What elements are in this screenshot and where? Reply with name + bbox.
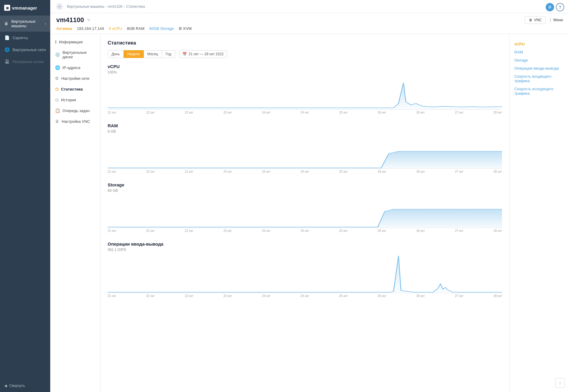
date-range-picker[interactable]: 📅 21 окт — 28 окт 2022 xyxy=(179,50,227,58)
right-nav-ram[interactable]: RAM xyxy=(514,48,564,56)
chart-ram-container xyxy=(108,136,502,169)
vnc-label: VNC xyxy=(534,18,541,22)
ips-icon: 🌐 xyxy=(55,65,60,70)
breadcrumb-vm[interactable]: vm41100 xyxy=(108,4,122,9)
nav-info-label: Информация xyxy=(59,40,83,44)
sidebar-item-backups: 💾 Резервные копии xyxy=(0,56,50,68)
vm-ram: 8GB RAM xyxy=(127,26,145,31)
nav-queue-label: Очередь задач xyxy=(62,108,90,113)
kvm-icon: ⚙ xyxy=(179,26,182,31)
bottom-bar: ☆ xyxy=(554,374,569,392)
sidebar-item-networks[interactable]: 🌐 Виртуальные сети xyxy=(0,44,50,56)
ram-svg xyxy=(108,136,502,169)
filter-day[interactable]: День xyxy=(108,50,124,58)
nav-queue[interactable]: 📋 Очередь задач xyxy=(50,105,100,116)
app-logo: ▣ vmmanager xyxy=(0,0,50,16)
menu-label: Меню xyxy=(553,18,563,22)
chart-iops-xaxis: 21 окт 22 окт 22 окт 23 окт 24 окт 24 ок… xyxy=(108,294,502,298)
nav-ips[interactable]: 🌐 IP-адреса xyxy=(50,62,100,73)
vnc-button[interactable]: 🖥 VNC xyxy=(525,16,545,24)
sidebar-item-vms-label: Виртуальные машины xyxy=(11,19,42,28)
nav-info[interactable]: ℹ Информация xyxy=(50,36,100,47)
edit-icon[interactable]: ✎ xyxy=(87,18,91,22)
sidebar: ▣ vmmanager 🖥 Виртуальные машины › 📄 Скр… xyxy=(0,0,50,392)
nav-vnc-label: Настройка VNC xyxy=(62,119,90,124)
chart-iops-title: Операции ввода-вывода xyxy=(108,241,502,246)
sidebar-collapse[interactable]: ◀ Свернуть xyxy=(0,379,50,392)
vm-header: vm41100 ✎ 🖥 VNC ⋮ Меню Активна 193.164.1… xyxy=(50,13,569,34)
chart-vcpu-container xyxy=(108,77,502,110)
chart-storage-title: Storage xyxy=(108,182,502,187)
chart-iops-sub: 361.1 IOPS xyxy=(108,248,502,252)
sidebar-item-vms[interactable]: 🖥 Виртуальные машины › xyxy=(0,16,50,32)
vm-ip: 193.164.17.144 xyxy=(77,26,104,31)
right-nav-inbound[interactable]: Скорость входящего трафика xyxy=(514,72,564,85)
vnc-icon: 🖥 xyxy=(529,18,532,22)
chart-storage-xaxis: 21 окт 22 окт 22 окт 23 окт 24 окт 24 ок… xyxy=(108,229,502,232)
chart-vcpu: vCPU 100% xyxy=(108,64,502,114)
menu-button[interactable]: ⋮ Меню xyxy=(549,18,563,22)
chart-iops: Операции ввода-вывода 361.1 IOPS xyxy=(108,241,502,298)
backups-icon: 💾 xyxy=(4,59,10,64)
close-button[interactable]: × xyxy=(56,3,63,10)
right-nav-storage[interactable]: Storage xyxy=(514,56,564,64)
right-nav-outbound[interactable]: Скорость исходящего трафика xyxy=(514,85,564,97)
chart-ram-sub: 8 GB xyxy=(108,129,502,134)
vm-title-row: vm41100 ✎ 🖥 VNC ⋮ Меню xyxy=(56,16,563,24)
nav-disks-label: Виртуальные диски xyxy=(62,50,95,59)
right-nav-vcpu[interactable]: vCPU xyxy=(514,40,564,48)
vcpu-svg xyxy=(108,77,502,109)
nav-history[interactable]: ◷ История xyxy=(50,94,100,105)
nav-stats[interactable]: ◷ Статистика xyxy=(50,84,100,94)
date-range-label: 21 окт — 28 окт 2022 xyxy=(189,52,224,56)
chart-storage-sub: 60 GB xyxy=(108,189,502,193)
right-nav-iops[interactable]: Операции ввода-вывода xyxy=(514,64,564,72)
star-button[interactable]: ☆ xyxy=(555,378,565,388)
nav-network[interactable]: ⚙ Настройки сети xyxy=(50,73,100,84)
vms-icon: 🖥 xyxy=(4,21,8,26)
network-icon: ⚙ xyxy=(55,76,59,81)
vm-meta-row: Активна 193.164.17.144 4 vCPU 8GB RAM 60… xyxy=(56,26,563,34)
queue-icon: 📋 xyxy=(55,108,60,113)
sidebar-item-scripts[interactable]: 📄 Скрипты xyxy=(0,32,50,44)
sidebar-item-backups-label: Резервные копии xyxy=(13,59,44,64)
filter-week[interactable]: Неделя xyxy=(123,50,144,58)
sep2: › xyxy=(124,4,125,9)
sidebar-item-networks-label: Виртуальные сети xyxy=(13,48,46,52)
user-initial: D xyxy=(549,5,551,9)
content-area: ℹ Информация 💿 Виртуальные диски 🌐 IP-ад… xyxy=(50,34,569,392)
filter-month[interactable]: Месяц xyxy=(144,50,162,58)
chart-iops-container xyxy=(108,254,502,293)
vnc-settings-icon: 🖥 xyxy=(55,119,59,124)
svg-marker-3 xyxy=(108,256,502,293)
collapse-icon: ◀ xyxy=(4,384,7,388)
svg-marker-0 xyxy=(108,83,502,109)
nav-vnc-settings[interactable]: 🖥 Настройка VNC xyxy=(50,116,100,127)
sidebar-nav: 🖥 Виртуальные машины › 📄 Скрипты 🌐 Вирту… xyxy=(0,16,50,379)
app-name: vmmanager xyxy=(12,5,37,10)
star-icon: ☆ xyxy=(558,381,562,385)
nav-stats-label: Статистика xyxy=(61,87,83,91)
storage-value: 60GB Storage xyxy=(149,26,174,31)
vcpu-value: 4 vCPU xyxy=(109,26,122,31)
filter-year[interactable]: Год xyxy=(162,50,175,58)
nav-disks[interactable]: 💿 Виртуальные диски xyxy=(50,47,100,62)
chart-ram: RAM 8 GB xyxy=(108,123,502,173)
breadcrumb-current: Статистика xyxy=(126,4,145,9)
chevron-icon: › xyxy=(45,22,46,25)
breadcrumb-vms[interactable]: Виртуальные машины xyxy=(67,4,104,9)
scripts-icon: 📄 xyxy=(4,35,10,40)
user-avatar[interactable]: D xyxy=(546,3,554,11)
chart-ram-xaxis: 21 окт 22 окт 22 окт 23 окт 24 окт 24 ок… xyxy=(108,170,502,173)
chart-vcpu-xaxis: 21 окт 22 окт 22 окт 23 окт 24 окт 24 ок… xyxy=(108,111,502,114)
chart-storage-container xyxy=(108,195,502,228)
help-icon: ? xyxy=(559,5,562,10)
stats-icon: ◷ xyxy=(55,87,59,91)
main-area: × Виртуальные машины › vm41100 › Статист… xyxy=(50,0,569,392)
logo-icon: ▣ xyxy=(4,5,10,11)
help-button[interactable]: ? xyxy=(556,3,564,11)
vm-storage: 60GB Storage xyxy=(149,26,174,31)
disks-icon: 💿 xyxy=(55,52,60,57)
stats-title: Статистика xyxy=(108,40,502,46)
vm-type: ⚙ KVM xyxy=(179,26,192,31)
